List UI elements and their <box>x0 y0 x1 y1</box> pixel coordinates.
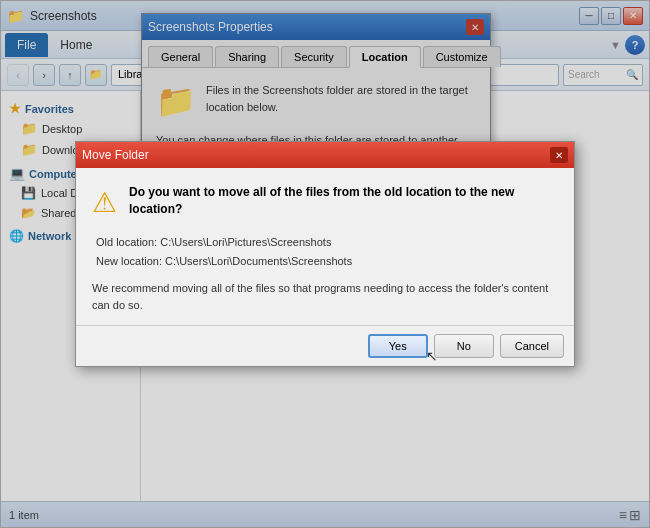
move-folder-content: ⚠ Do you want to move all of the files f… <box>76 168 574 325</box>
old-location-line: Old location: C:\Users\Lori\Pictures\Scr… <box>96 233 558 252</box>
new-location-value: C:\Users\Lori\Documents\Screenshots <box>165 255 352 267</box>
move-folder-titlebar: Move Folder ✕ <box>76 142 574 168</box>
warning-icon: ⚠ <box>92 186 117 219</box>
new-location-label: New location: <box>96 255 162 267</box>
move-folder-title: Move Folder <box>82 148 149 162</box>
move-close-button[interactable]: ✕ <box>550 147 568 163</box>
move-folder-buttons: Yes No Cancel <box>76 325 574 366</box>
move-folder-dialog: Move Folder ✕ ⚠ Do you want to move all … <box>75 141 575 367</box>
yes-button[interactable]: Yes <box>368 334 428 358</box>
new-location-line: New location: C:\Users\Lori\Documents\Sc… <box>96 252 558 271</box>
move-folder-overlay: Move Folder ✕ ⚠ Do you want to move all … <box>1 1 649 527</box>
explorer-window: 📁 Screenshots ─ □ ✕ File Home ▼ ? ‹ › ↑ … <box>0 0 650 528</box>
move-recommendation: We recommend moving all of the files so … <box>92 280 558 313</box>
old-location-label: Old location: <box>96 236 157 248</box>
move-cancel-button[interactable]: Cancel <box>500 334 564 358</box>
no-button[interactable]: No <box>434 334 494 358</box>
move-question: Do you want to move all of the files fro… <box>129 184 558 218</box>
old-location-value: C:\Users\Lori\Pictures\Screenshots <box>160 236 331 248</box>
move-header: ⚠ Do you want to move all of the files f… <box>92 184 558 219</box>
move-info: Old location: C:\Users\Lori\Pictures\Scr… <box>92 233 558 270</box>
